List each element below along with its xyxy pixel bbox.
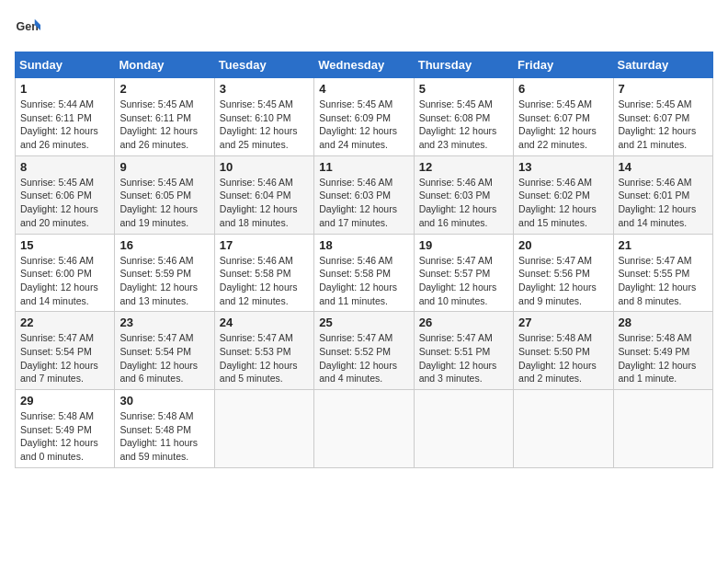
calendar-cell: 20 Sunrise: 5:47 AMSunset: 5:56 PMDaylig… [514, 234, 613, 312]
day-info: Sunrise: 5:45 AMSunset: 6:11 PMDaylight:… [119, 98, 198, 150]
calendar-table: SundayMondayTuesdayWednesdayThursdayFrid… [15, 52, 713, 468]
calendar-cell: 11 Sunrise: 5:46 AMSunset: 6:03 PMDaylig… [314, 155, 414, 234]
col-header-sunday: Sunday [16, 52, 115, 78]
day-info: Sunrise: 5:46 AMSunset: 6:03 PMDaylight:… [419, 177, 497, 228]
calendar-cell [414, 390, 513, 468]
day-number: 3 [220, 82, 309, 96]
calendar-cell: 30 Sunrise: 5:48 AMSunset: 5:48 PMDaylig… [115, 390, 214, 468]
day-info: Sunrise: 5:47 AMSunset: 5:57 PMDaylight:… [419, 255, 497, 306]
calendar-cell: 16 Sunrise: 5:46 AMSunset: 5:59 PMDaylig… [115, 234, 214, 312]
calendar-cell [613, 390, 712, 468]
day-number: 6 [518, 82, 608, 96]
calendar-cell: 28 Sunrise: 5:48 AMSunset: 5:49 PMDaylig… [613, 312, 712, 390]
calendar-cell: 4 Sunrise: 5:45 AMSunset: 6:09 PMDayligh… [314, 78, 414, 156]
day-info: Sunrise: 5:46 AMSunset: 5:59 PMDaylight:… [119, 255, 198, 306]
calendar-cell: 29 Sunrise: 5:48 AMSunset: 5:49 PMDaylig… [16, 390, 115, 468]
day-info: Sunrise: 5:46 AMSunset: 6:00 PMDaylight:… [20, 255, 98, 306]
col-header-monday: Monday [115, 52, 214, 78]
day-number: 14 [619, 160, 708, 174]
calendar-cell: 18 Sunrise: 5:46 AMSunset: 5:58 PMDaylig… [314, 234, 414, 312]
day-number: 12 [419, 160, 508, 174]
calendar-cell [314, 390, 414, 468]
day-number: 20 [518, 238, 608, 252]
day-number: 15 [20, 238, 109, 252]
day-info: Sunrise: 5:45 AMSunset: 6:05 PMDaylight:… [119, 177, 198, 228]
calendar-cell: 26 Sunrise: 5:47 AMSunset: 5:51 PMDaylig… [414, 312, 513, 390]
col-header-saturday: Saturday [613, 52, 712, 78]
logo: Gen [15, 15, 44, 40]
calendar-cell: 17 Sunrise: 5:46 AMSunset: 5:58 PMDaylig… [214, 234, 313, 312]
day-info: Sunrise: 5:48 AMSunset: 5:49 PMDaylight:… [20, 410, 98, 462]
calendar-week-5: 29 Sunrise: 5:48 AMSunset: 5:49 PMDaylig… [16, 390, 713, 468]
day-number: 18 [319, 238, 408, 252]
calendar-cell: 24 Sunrise: 5:47 AMSunset: 5:53 PMDaylig… [214, 312, 313, 390]
day-info: Sunrise: 5:46 AMSunset: 5:58 PMDaylight:… [220, 255, 298, 306]
calendar-cell: 23 Sunrise: 5:47 AMSunset: 5:54 PMDaylig… [115, 312, 214, 390]
day-number: 30 [119, 394, 209, 408]
calendar-cell [214, 390, 313, 468]
calendar-cell: 3 Sunrise: 5:45 AMSunset: 6:10 PMDayligh… [214, 78, 313, 156]
day-number: 4 [319, 82, 408, 96]
logo-icon: Gen [15, 15, 40, 40]
day-number: 11 [319, 160, 408, 174]
day-info: Sunrise: 5:45 AMSunset: 6:10 PMDaylight:… [220, 98, 298, 150]
day-number: 22 [20, 316, 109, 329]
calendar-cell: 25 Sunrise: 5:47 AMSunset: 5:52 PMDaylig… [314, 312, 414, 390]
day-number: 2 [119, 82, 209, 96]
calendar-cell: 2 Sunrise: 5:45 AMSunset: 6:11 PMDayligh… [115, 78, 214, 156]
calendar-cell: 12 Sunrise: 5:46 AMSunset: 6:03 PMDaylig… [414, 155, 513, 234]
day-info: Sunrise: 5:45 AMSunset: 6:07 PMDaylight:… [619, 98, 697, 150]
calendar-week-1: 1 Sunrise: 5:44 AMSunset: 6:11 PMDayligh… [16, 78, 713, 156]
day-info: Sunrise: 5:47 AMSunset: 5:54 PMDaylight:… [20, 332, 98, 384]
day-info: Sunrise: 5:48 AMSunset: 5:49 PMDaylight:… [619, 332, 697, 384]
calendar-cell: 9 Sunrise: 5:45 AMSunset: 6:05 PMDayligh… [115, 155, 214, 234]
calendar-cell: 7 Sunrise: 5:45 AMSunset: 6:07 PMDayligh… [613, 78, 712, 156]
day-number: 13 [518, 160, 608, 174]
col-header-wednesday: Wednesday [314, 52, 414, 78]
day-number: 1 [20, 82, 109, 96]
day-info: Sunrise: 5:47 AMSunset: 5:53 PMDaylight:… [220, 332, 298, 384]
calendar-cell: 22 Sunrise: 5:47 AMSunset: 5:54 PMDaylig… [16, 312, 115, 390]
page-header: Gen [15, 15, 713, 40]
day-number: 7 [619, 82, 708, 96]
col-header-tuesday: Tuesday [214, 52, 313, 78]
day-info: Sunrise: 5:44 AMSunset: 6:11 PMDaylight:… [20, 98, 98, 150]
day-number: 5 [419, 82, 508, 96]
day-info: Sunrise: 5:48 AMSunset: 5:50 PMDaylight:… [518, 332, 597, 384]
day-info: Sunrise: 5:46 AMSunset: 6:02 PMDaylight:… [518, 177, 597, 228]
calendar-cell: 5 Sunrise: 5:45 AMSunset: 6:08 PMDayligh… [414, 78, 513, 156]
day-number: 25 [319, 316, 408, 329]
day-info: Sunrise: 5:47 AMSunset: 5:56 PMDaylight:… [518, 255, 597, 306]
calendar-cell: 10 Sunrise: 5:46 AMSunset: 6:04 PMDaylig… [214, 155, 313, 234]
day-info: Sunrise: 5:45 AMSunset: 6:07 PMDaylight:… [518, 98, 597, 150]
day-info: Sunrise: 5:46 AMSunset: 5:58 PMDaylight:… [319, 255, 397, 306]
calendar-cell: 27 Sunrise: 5:48 AMSunset: 5:50 PMDaylig… [514, 312, 613, 390]
calendar-cell: 19 Sunrise: 5:47 AMSunset: 5:57 PMDaylig… [414, 234, 513, 312]
calendar-cell: 13 Sunrise: 5:46 AMSunset: 6:02 PMDaylig… [514, 155, 613, 234]
day-info: Sunrise: 5:46 AMSunset: 6:03 PMDaylight:… [319, 177, 397, 228]
day-info: Sunrise: 5:45 AMSunset: 6:08 PMDaylight:… [419, 98, 497, 150]
day-number: 29 [20, 394, 109, 408]
day-info: Sunrise: 5:48 AMSunset: 5:48 PMDaylight:… [119, 410, 198, 462]
day-info: Sunrise: 5:45 AMSunset: 6:06 PMDaylight:… [20, 177, 98, 228]
col-header-friday: Friday [514, 52, 613, 78]
calendar-cell: 8 Sunrise: 5:45 AMSunset: 6:06 PMDayligh… [16, 155, 115, 234]
col-header-thursday: Thursday [414, 52, 513, 78]
calendar-cell [514, 390, 613, 468]
day-info: Sunrise: 5:46 AMSunset: 6:04 PMDaylight:… [220, 177, 298, 228]
day-number: 28 [619, 316, 708, 329]
day-number: 24 [220, 316, 309, 329]
day-number: 27 [518, 316, 608, 329]
day-number: 8 [20, 160, 109, 174]
day-number: 9 [119, 160, 209, 174]
day-number: 26 [419, 316, 508, 329]
calendar-week-4: 22 Sunrise: 5:47 AMSunset: 5:54 PMDaylig… [16, 312, 713, 390]
calendar-week-2: 8 Sunrise: 5:45 AMSunset: 6:06 PMDayligh… [16, 155, 713, 234]
day-number: 16 [119, 238, 209, 252]
calendar-cell: 21 Sunrise: 5:47 AMSunset: 5:55 PMDaylig… [613, 234, 712, 312]
day-number: 19 [419, 238, 508, 252]
calendar-cell: 14 Sunrise: 5:46 AMSunset: 6:01 PMDaylig… [613, 155, 712, 234]
day-info: Sunrise: 5:47 AMSunset: 5:52 PMDaylight:… [319, 332, 397, 384]
calendar-week-3: 15 Sunrise: 5:46 AMSunset: 6:00 PMDaylig… [16, 234, 713, 312]
calendar-cell: 6 Sunrise: 5:45 AMSunset: 6:07 PMDayligh… [514, 78, 613, 156]
